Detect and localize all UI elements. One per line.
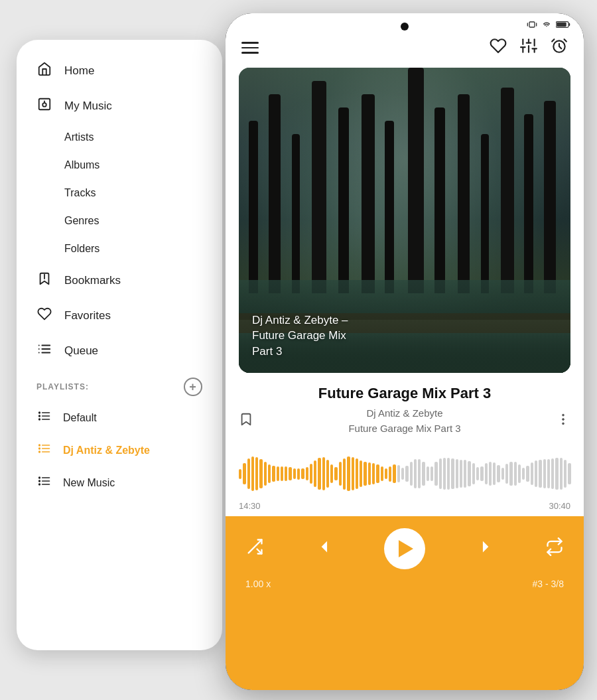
heart-icon[interactable] xyxy=(490,37,507,58)
playback-speed[interactable]: 1.00 x xyxy=(245,579,271,589)
waveform-bar[interactable] xyxy=(322,457,325,490)
waveform-bar[interactable] xyxy=(272,466,275,482)
waveform-bar[interactable] xyxy=(493,462,496,485)
sub-item-genres[interactable]: Genres xyxy=(17,207,222,235)
waveform-bar[interactable] xyxy=(514,462,517,486)
waveform-section[interactable] xyxy=(226,444,584,500)
waveform-bar[interactable] xyxy=(372,463,375,484)
shuffle-button[interactable] xyxy=(245,537,264,561)
waveform-bar[interactable] xyxy=(243,463,245,485)
waveform-bar[interactable] xyxy=(251,456,254,491)
waveform-bar[interactable] xyxy=(330,464,333,483)
waveform-bar[interactable] xyxy=(560,458,563,490)
prev-button[interactable] xyxy=(315,537,334,561)
waveform-bar[interactable] xyxy=(306,467,308,480)
sub-item-albums[interactable]: Albums xyxy=(17,151,222,179)
sub-item-artists[interactable]: Artists xyxy=(17,123,222,151)
nav-item-favorites[interactable]: Favorites xyxy=(17,298,222,333)
alarm-icon[interactable] xyxy=(551,37,568,58)
waveform-bar[interactable] xyxy=(310,464,312,484)
nav-item-home[interactable]: Home xyxy=(17,53,222,88)
waveform-bar[interactable] xyxy=(343,458,346,490)
waveform-bar[interactable] xyxy=(418,459,421,488)
waveform-bar[interactable] xyxy=(434,462,437,486)
nav-item-my-music[interactable]: My Music xyxy=(17,88,222,123)
waveform-bar[interactable] xyxy=(472,463,475,484)
waveform-bar[interactable] xyxy=(410,462,413,486)
equalizer-icon[interactable] xyxy=(520,37,537,58)
waveform-bar[interactable] xyxy=(352,457,354,490)
waveform-bar[interactable] xyxy=(460,460,462,488)
waveform-bar[interactable] xyxy=(439,458,442,488)
waveform-bar[interactable] xyxy=(431,466,433,482)
waveform-bar[interactable] xyxy=(543,459,546,488)
waveform-bar[interactable] xyxy=(293,468,296,478)
waveform-bar[interactable] xyxy=(268,464,271,483)
waveform-bar[interactable] xyxy=(476,467,479,481)
waveform-bar[interactable] xyxy=(464,460,466,488)
waveform-bar[interactable] xyxy=(285,466,287,481)
waveform-bar[interactable] xyxy=(555,458,558,490)
sub-item-tracks[interactable]: Tracks xyxy=(17,179,222,207)
waveform-bar[interactable] xyxy=(401,468,404,480)
waveform-bar[interactable] xyxy=(356,458,358,488)
add-playlist-button[interactable]: + xyxy=(184,378,202,396)
waveform-bar[interactable] xyxy=(551,458,554,489)
waveform-bar[interactable] xyxy=(347,456,350,491)
waveform-bar[interactable] xyxy=(422,462,425,486)
waveform-bar[interactable] xyxy=(314,460,316,487)
waveform-bar[interactable] xyxy=(443,458,446,490)
more-options-button[interactable] xyxy=(556,412,570,431)
waveform-bar[interactable] xyxy=(264,462,267,485)
waveform-bar[interactable] xyxy=(281,466,283,482)
waveform-bar[interactable] xyxy=(414,459,417,488)
waveform-bar[interactable] xyxy=(505,464,508,483)
waveform-bar[interactable] xyxy=(334,467,337,480)
waveform-bar[interactable] xyxy=(427,466,429,482)
waveform-bar[interactable] xyxy=(247,458,250,489)
waveform-bar[interactable] xyxy=(568,463,570,484)
waveform-bar[interactable] xyxy=(405,466,408,482)
waveform-bar[interactable] xyxy=(480,466,483,480)
bookmark-button[interactable] xyxy=(239,412,253,431)
waveform-bar[interactable] xyxy=(301,468,304,479)
waveform-bar[interactable] xyxy=(318,458,320,490)
waveform-bar[interactable] xyxy=(447,458,450,490)
waveform-bar[interactable] xyxy=(497,465,499,482)
play-button[interactable] xyxy=(384,528,425,569)
waveform-bar[interactable] xyxy=(535,460,537,487)
waveform-bar[interactable] xyxy=(531,462,533,485)
playlist-default[interactable]: Default xyxy=(17,401,222,434)
waveform-bar[interactable] xyxy=(385,468,387,478)
waveform-bar[interactable] xyxy=(468,461,470,487)
waveform-bar[interactable] xyxy=(239,469,241,479)
waveform-bar[interactable] xyxy=(255,457,258,491)
waveform-bar[interactable] xyxy=(489,462,492,486)
waveform-bar[interactable] xyxy=(360,460,362,487)
waveform-bar[interactable] xyxy=(547,459,550,488)
waveform-bar[interactable] xyxy=(456,459,458,488)
waveform-bar[interactable] xyxy=(381,466,383,481)
waveform-bar[interactable] xyxy=(339,462,342,486)
waveform-bar[interactable] xyxy=(277,466,279,482)
waveform-bar[interactable] xyxy=(376,464,379,483)
waveform-bar[interactable] xyxy=(259,459,262,488)
nav-item-queue[interactable]: Queue xyxy=(17,333,222,368)
playlist-new-music[interactable]: New Music xyxy=(17,466,222,499)
waveform-bar[interactable] xyxy=(485,463,488,484)
waveform[interactable] xyxy=(239,451,570,497)
sub-item-folders[interactable]: Folders xyxy=(17,235,222,263)
waveform-bar[interactable] xyxy=(389,466,391,482)
waveform-bar[interactable] xyxy=(397,465,400,482)
nav-item-bookmarks[interactable]: Bookmarks xyxy=(17,263,222,298)
waveform-bar[interactable] xyxy=(522,468,525,479)
waveform-bar[interactable] xyxy=(526,466,529,482)
playlist-dj-antiz[interactable]: Dj Antiz & Zebyte xyxy=(17,434,222,466)
waveform-bar[interactable] xyxy=(509,462,512,486)
waveform-bar[interactable] xyxy=(451,458,454,489)
waveform-bar[interactable] xyxy=(368,462,371,485)
waveform-bar[interactable] xyxy=(518,464,521,484)
waveform-bar[interactable] xyxy=(501,468,504,479)
waveform-bar[interactable] xyxy=(564,460,566,488)
waveform-bar[interactable] xyxy=(326,460,329,488)
